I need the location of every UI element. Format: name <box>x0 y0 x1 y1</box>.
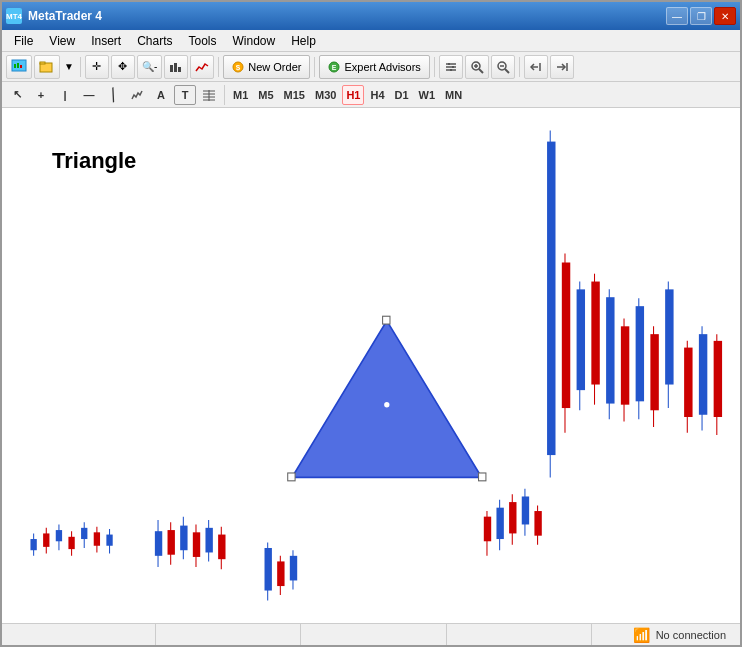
candle <box>577 289 585 390</box>
candle <box>650 334 658 410</box>
candle <box>699 334 707 415</box>
chart-type-button[interactable] <box>164 55 188 79</box>
connection-status: No connection <box>656 629 726 641</box>
open-button[interactable] <box>34 55 60 79</box>
text-tool[interactable]: A <box>150 85 172 105</box>
tf-d1[interactable]: D1 <box>391 85 413 105</box>
status-panel-3 <box>301 624 447 645</box>
fibonacci-icon <box>202 89 216 101</box>
svg-rect-5 <box>40 62 45 64</box>
center-dot <box>384 402 389 408</box>
candle <box>621 326 629 404</box>
svg-line-20 <box>479 69 483 73</box>
menu-view[interactable]: View <box>41 32 83 50</box>
triangle-shape <box>292 321 482 478</box>
tf-mn[interactable]: MN <box>441 85 466 105</box>
candle <box>265 548 272 591</box>
svg-rect-8 <box>178 67 181 72</box>
close-button[interactable]: ✕ <box>714 7 736 25</box>
restore-button[interactable]: ❐ <box>690 7 712 25</box>
cursor-tool[interactable]: ↖ <box>6 85 28 105</box>
candle <box>509 502 516 533</box>
zoom-in-button[interactable] <box>465 55 489 79</box>
properties-button[interactable] <box>439 55 463 79</box>
tf-w1[interactable]: W1 <box>415 85 440 105</box>
indicator-icon <box>195 61 209 73</box>
apex-handle <box>383 316 390 324</box>
candle <box>168 530 175 555</box>
draw-tool[interactable] <box>126 85 148 105</box>
chart-svg <box>2 108 740 623</box>
indicator-button[interactable] <box>190 55 214 79</box>
move-button[interactable]: ✥ <box>111 55 135 79</box>
candle <box>484 517 491 542</box>
status-panel-2 <box>156 624 302 645</box>
status-panel-1 <box>10 624 156 645</box>
cross-tool[interactable]: + <box>30 85 52 105</box>
toolbar-main: ▼ ✛ ✥ 🔍- $ New Order <box>2 52 740 82</box>
status-panel-4 <box>447 624 593 645</box>
candle <box>534 511 541 536</box>
candle <box>547 142 555 455</box>
window-title: MetaTrader 4 <box>28 9 102 23</box>
signal-strength-icon: 📶 <box>633 627 650 643</box>
tf-h1[interactable]: H1 <box>342 85 364 105</box>
candle <box>290 556 297 581</box>
zoom-reset-button[interactable] <box>491 55 515 79</box>
status-panel-connection: 📶 No connection <box>592 624 732 645</box>
svg-rect-7 <box>174 63 177 72</box>
horizontal-line-tool[interactable]: — <box>78 85 100 105</box>
chart-area[interactable]: Triangle <box>2 108 740 623</box>
expert-advisors-button[interactable]: E Expert Advisors <box>319 55 429 79</box>
app-icon: MT4 <box>6 8 22 24</box>
new-chart-button[interactable] <box>6 55 32 79</box>
toolbar-drawing: ↖ + | — ╱ A T M1 M5 M15 M30 H1 H4 D1 <box>2 82 740 108</box>
candle <box>155 531 162 556</box>
candle <box>68 537 74 549</box>
candle <box>591 282 599 385</box>
scroll-left-button[interactable] <box>524 55 548 79</box>
menu-window[interactable]: Window <box>225 32 284 50</box>
candle <box>180 526 187 551</box>
properties-icon <box>444 60 458 74</box>
candle <box>94 532 100 545</box>
scroll-right-button[interactable] <box>550 55 574 79</box>
menu-insert[interactable]: Insert <box>83 32 129 50</box>
svg-text:$: $ <box>236 63 241 72</box>
status-bar: 📶 No connection <box>2 623 740 645</box>
base-left-handle <box>288 473 295 481</box>
svg-line-24 <box>505 69 509 73</box>
tf-m30[interactable]: M30 <box>311 85 340 105</box>
menu-charts[interactable]: Charts <box>129 32 180 50</box>
dropdown-arrow[interactable]: ▼ <box>62 61 76 72</box>
trend-line-tool[interactable]: ╱ <box>98 80 127 108</box>
menu-tools[interactable]: Tools <box>181 32 225 50</box>
minimize-button[interactable]: — <box>666 7 688 25</box>
zoom-out-button[interactable]: 🔍- <box>137 55 162 79</box>
text-label-tool[interactable]: T <box>174 85 196 105</box>
tf-m15[interactable]: M15 <box>280 85 309 105</box>
new-chart-icon <box>11 59 27 75</box>
candle <box>636 306 644 401</box>
tf-m1[interactable]: M1 <box>229 85 252 105</box>
menu-help[interactable]: Help <box>283 32 324 50</box>
fibonacci-tool[interactable] <box>198 85 220 105</box>
menu-file[interactable]: File <box>6 32 41 50</box>
window-controls: — ❐ ✕ <box>666 7 736 25</box>
candle <box>81 528 87 539</box>
candle <box>43 533 49 546</box>
vertical-line-tool[interactable]: | <box>54 85 76 105</box>
separator-5 <box>519 57 520 77</box>
scroll-right-icon <box>556 61 568 73</box>
chart-type-icon <box>169 61 183 73</box>
new-order-button[interactable]: $ New Order <box>223 55 310 79</box>
status-panels: 📶 No connection <box>10 624 732 645</box>
tf-m5[interactable]: M5 <box>254 85 277 105</box>
candle <box>218 535 225 560</box>
main-window: MT4 MetaTrader 4 — ❐ ✕ File View Insert … <box>0 0 742 647</box>
candle <box>606 297 614 403</box>
order-icon: $ <box>232 61 244 73</box>
separator-tf <box>224 85 225 105</box>
crosshair-button[interactable]: ✛ <box>85 55 109 79</box>
tf-h4[interactable]: H4 <box>366 85 388 105</box>
